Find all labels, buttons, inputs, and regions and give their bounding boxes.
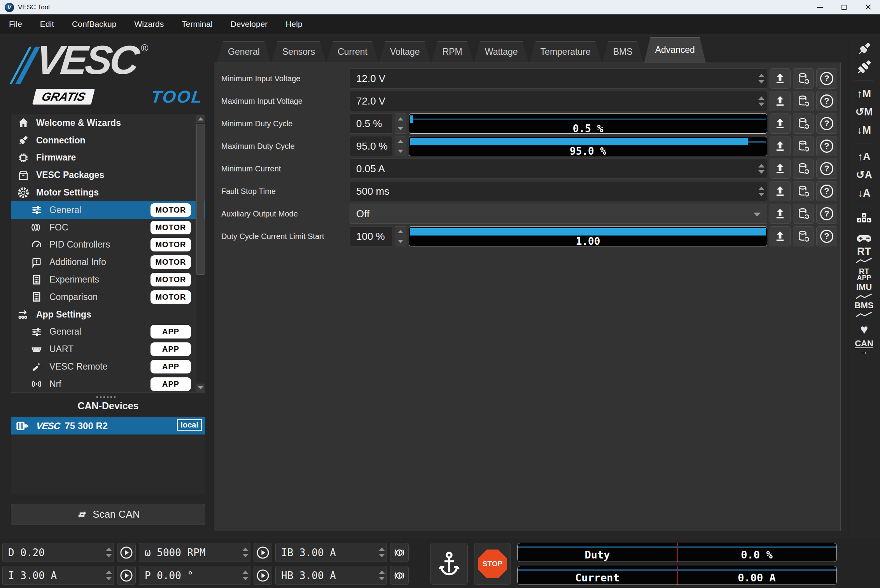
- menu-help[interactable]: Help: [276, 14, 311, 34]
- read-app-config-button[interactable]: ↓A: [858, 184, 871, 202]
- tab-temperature[interactable]: Temperature: [530, 41, 602, 63]
- current-setpoint-input[interactable]: I 3.00 A: [2, 566, 114, 585]
- help-button[interactable]: ?: [816, 181, 837, 201]
- favorites-button[interactable]: ♥: [860, 320, 868, 338]
- scan-can-button[interactable]: Scan CAN: [11, 504, 205, 525]
- help-button[interactable]: ?: [816, 113, 837, 134]
- spinner-arrows-icon[interactable]: [758, 181, 765, 201]
- tab-advanced[interactable]: Advanced: [644, 37, 706, 63]
- reread-value-button[interactable]: [793, 68, 814, 89]
- duty-current-limit-field[interactable]: 100 %: [350, 226, 392, 246]
- sidebar-item-vesc-remote[interactable]: VESC Remote APP: [11, 358, 205, 375]
- scroll-up-icon[interactable]: [196, 115, 205, 123]
- tab-bms[interactable]: BMS: [602, 41, 644, 63]
- keep-position-button[interactable]: [430, 543, 468, 585]
- write-motor-config-button[interactable]: ↑M: [857, 84, 871, 103]
- tab-sensors[interactable]: Sensors: [271, 41, 326, 63]
- sidebar-item-nrf[interactable]: Nrf APP: [11, 375, 205, 393]
- tab-general[interactable]: General: [217, 41, 271, 63]
- apply-handbrake-button[interactable]: [390, 566, 409, 585]
- min-duty-slider[interactable]: 0.5 %: [409, 113, 767, 134]
- spinner-buttons[interactable]: [395, 113, 406, 134]
- menu-wizards[interactable]: Wizards: [125, 14, 173, 34]
- run-current-button[interactable]: [117, 566, 136, 585]
- reread-value-button[interactable]: [793, 159, 814, 179]
- duty-current-limit-slider[interactable]: 1.00: [409, 226, 767, 246]
- help-button[interactable]: ?: [816, 204, 837, 224]
- help-button[interactable]: ?: [816, 68, 837, 89]
- write-value-button[interactable]: [770, 91, 791, 111]
- menu-confbackup[interactable]: ConfBackup: [63, 14, 125, 34]
- tab-voltage[interactable]: Voltage: [379, 41, 431, 63]
- run-duty-button[interactable]: [117, 543, 136, 562]
- can-forward-button[interactable]: CAN→: [855, 338, 873, 356]
- reread-motor-config-button[interactable]: ↺M: [855, 103, 873, 121]
- menu-developer[interactable]: Developer: [222, 14, 277, 34]
- disconnect-button[interactable]: [856, 58, 873, 76]
- sidebar-item-motor-general[interactable]: General MOTOR: [11, 201, 205, 219]
- run-position-button[interactable]: [254, 566, 272, 585]
- gamepad-button[interactable]: [856, 229, 873, 247]
- close-button[interactable]: [856, 0, 880, 14]
- handbrake-current-input[interactable]: HB 3.00 A: [275, 566, 387, 585]
- sidebar-item-additional-info[interactable]: Additional Info MOTOR: [11, 253, 205, 271]
- spinner-arrows-icon[interactable]: [106, 566, 112, 585]
- spinner-arrows-icon[interactable]: [242, 566, 248, 585]
- maximize-button[interactable]: [832, 0, 856, 14]
- spinner-buttons[interactable]: [395, 226, 406, 246]
- spinner-arrows-icon[interactable]: [106, 543, 112, 562]
- spinner-arrows-icon[interactable]: [379, 543, 385, 562]
- write-app-config-button[interactable]: ↑A: [858, 147, 871, 166]
- reread-value-button[interactable]: [793, 204, 814, 224]
- sidebar-item-experiments[interactable]: Experiments MOTOR: [11, 271, 205, 288]
- max-duty-slider[interactable]: 95.0 %: [409, 136, 767, 156]
- write-value-button[interactable]: [770, 226, 791, 246]
- stop-motor-button[interactable]: STOP: [474, 543, 511, 585]
- reread-value-button[interactable]: [793, 136, 814, 156]
- minimize-button[interactable]: [808, 0, 832, 14]
- menu-edit[interactable]: Edit: [31, 14, 63, 34]
- spinner-arrows-icon[interactable]: [758, 69, 765, 88]
- sidebar-item-app-general[interactable]: General APP: [11, 323, 205, 341]
- sidebar-item-pid-controllers[interactable]: PID Controllers MOTOR: [11, 236, 205, 254]
- max-duty-field[interactable]: 95.0 %: [350, 136, 392, 156]
- sidebar-item-vesc-packages[interactable]: VESC Packages: [11, 166, 205, 184]
- min-current-field[interactable]: 0.05 A: [350, 159, 767, 179]
- spinner-arrows-icon[interactable]: [758, 159, 765, 178]
- sidebar-item-app-settings[interactable]: App Settings: [11, 306, 205, 323]
- write-value-button[interactable]: [770, 159, 791, 179]
- min-duty-field[interactable]: 0.5 %: [350, 113, 392, 134]
- spinner-arrows-icon[interactable]: [379, 566, 385, 585]
- duty-setpoint-input[interactable]: D 0.20: [2, 543, 114, 562]
- spinner-arrows-icon[interactable]: [242, 543, 248, 562]
- max-input-voltage-field[interactable]: 72.0 V: [350, 91, 767, 111]
- help-button[interactable]: ?: [816, 159, 837, 179]
- tab-current[interactable]: Current: [327, 41, 378, 63]
- apply-brake-button[interactable]: [390, 543, 409, 562]
- menu-terminal[interactable]: Terminal: [173, 14, 221, 34]
- help-button[interactable]: ?: [816, 136, 837, 156]
- reread-value-button[interactable]: [793, 181, 814, 201]
- aux-output-mode-dropdown[interactable]: Off: [350, 204, 767, 224]
- run-rpm-button[interactable]: [254, 543, 272, 562]
- position-setpoint-input[interactable]: P 0.00 °: [139, 566, 250, 585]
- sidebar-item-motor-settings[interactable]: Motor Settings: [11, 184, 205, 201]
- menu-file[interactable]: File: [0, 14, 31, 34]
- help-button[interactable]: ?: [816, 91, 837, 111]
- min-input-voltage-field[interactable]: 12.0 V: [350, 68, 767, 89]
- read-motor-config-button[interactable]: ↓M: [857, 121, 871, 139]
- tab-wattage[interactable]: Wattage: [474, 41, 529, 63]
- connect-button[interactable]: [856, 40, 873, 58]
- sidebar-item-uart[interactable]: UART APP: [11, 340, 205, 358]
- spinner-buttons[interactable]: [395, 136, 406, 156]
- spinner-arrows-icon[interactable]: [758, 91, 765, 111]
- rt-app-data-button[interactable]: RTAPP: [857, 265, 871, 283]
- rpm-setpoint-input[interactable]: ω 5000 RPM: [139, 543, 250, 562]
- reread-app-config-button[interactable]: ↺A: [856, 166, 872, 184]
- reread-value-button[interactable]: [793, 113, 814, 134]
- help-button[interactable]: ?: [816, 226, 837, 246]
- splitter-handle[interactable]: [0, 395, 212, 400]
- can-device-row[interactable]: VESC 75 300 R2 local: [11, 417, 205, 434]
- write-value-button[interactable]: [770, 204, 791, 224]
- reread-value-button[interactable]: [793, 226, 814, 246]
